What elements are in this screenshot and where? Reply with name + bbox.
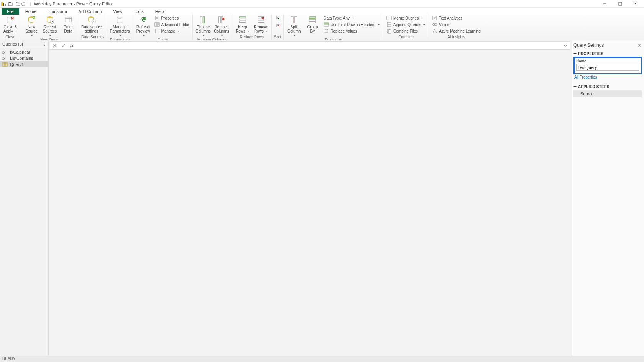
replace-values-button[interactable]: Replace Values [323,28,381,34]
merge-queries-button[interactable]: Merge Queries [386,15,426,21]
remove-columns-icon [217,16,226,24]
tab-help[interactable]: Help [150,8,169,15]
data-type-button[interactable]: Data Type: Any [323,15,381,21]
rv-label: Replace Values [330,29,357,33]
svg-rect-17 [155,16,159,20]
svg-rect-19 [155,29,159,33]
sort-desc-button[interactable] [274,23,281,29]
undo-icon[interactable] [15,1,20,7]
svg-rect-42 [388,30,391,33]
cf-label: Combine Files [393,29,418,33]
formula-cancel-button[interactable] [52,43,58,49]
query-settings-title: Query Settings [573,43,604,48]
formula-accept-button[interactable] [60,43,66,49]
group-label-combine: Combine [386,34,426,40]
svg-rect-0 [1,2,3,6]
tab-add-column[interactable]: Add Column [73,8,107,15]
aml-label: Azure Machine Learning [439,29,480,33]
ribbon-group-reduce-rows: KeepRows RemoveRows Reduce Rows [232,15,272,40]
query-item-listcontains[interactable]: fx ListContains [0,55,48,61]
split-column-icon [289,16,299,24]
rp-l2: Preview [136,29,150,33]
queries-pane-header[interactable]: Queries [3] [0,40,48,48]
ribbon-group-data-sources: Data sourcesettings Data Sources [79,15,107,40]
window-controls [597,0,643,8]
tab-view[interactable]: View [108,8,128,15]
redo-icon[interactable] [21,1,27,7]
query-item-label: ListContains [10,56,33,61]
query-item-query1[interactable]: Query1 [0,61,48,67]
enter-l1: Enter [64,25,73,29]
tab-transform[interactable]: Transform [43,8,72,15]
center-pane: fx [49,40,572,356]
advanced-editor-button[interactable]: Advanced Editor [154,21,190,28]
close-button[interactable] [628,0,643,8]
split-column-button[interactable]: SplitColumn [286,15,302,38]
status-ready: READY [2,357,15,361]
close-apply-button[interactable]: Close &Apply [2,15,18,33]
vision-button[interactable]: Vision [431,21,481,28]
maximize-button[interactable] [613,0,628,8]
keep-rows-icon [238,16,247,24]
app-icon [1,1,6,7]
applied-steps-section-title[interactable]: APPLIED STEPS [573,85,642,89]
applied-step-source[interactable]: Source [573,90,642,97]
manage-button[interactable]: Manage [154,28,190,34]
tab-tools[interactable]: Tools [128,8,149,15]
query-item-label: Query1 [10,62,24,67]
refresh-icon [139,16,148,24]
remove-columns-button[interactable]: RemoveColumns [214,15,230,38]
sort-asc-button[interactable] [274,15,281,21]
svg-point-45 [434,24,435,25]
ribbon: Close &Apply Close NewSource RecentSourc… [0,15,644,40]
close-settings-button[interactable] [637,43,642,48]
svg-point-13 [93,21,94,22]
formula-input[interactable] [77,43,560,48]
ribbon-group-new-query: NewSource RecentSources EnterData New Qu… [21,15,79,40]
query-name-input[interactable] [576,64,639,71]
svg-rect-25 [240,19,246,20]
save-icon[interactable] [8,1,13,7]
cc-l1: Choose [197,25,210,29]
svg-rect-35 [324,23,329,24]
first-row-headers-button[interactable]: Use First Row as Headers [323,21,381,28]
new-source-button[interactable]: NewSource [23,15,39,38]
collapse-pane-icon[interactable] [42,42,46,46]
properties-button[interactable]: Properties [154,15,190,21]
query-item-fxcalendar[interactable]: fx fxCalendar [0,49,48,55]
query-item-label: fxCalendar [10,50,30,54]
azure-ml-button[interactable]: Azure Machine Learning [431,28,481,34]
enter-data-button[interactable]: EnterData [60,15,76,33]
combine-files-button[interactable]: Combine Files [386,28,426,34]
properties-section-title[interactable]: PROPERTIES [573,52,642,56]
keep-rows-button[interactable]: KeepRows [235,15,251,33]
refresh-preview-button[interactable]: RefreshPreview [135,15,151,38]
manage-icon [154,28,160,34]
function-icon: fx [2,56,8,61]
rp-l1: Refresh [136,25,150,29]
tab-home[interactable]: Home [20,8,42,15]
svg-rect-30 [291,17,293,23]
append-queries-icon [386,22,392,27]
ribbon-group-close: Close &Apply Close [0,15,21,40]
formula-expand-button[interactable] [562,43,568,49]
vision-label: Vision [439,23,449,27]
rr-l2: Rows [254,29,264,33]
recent-sources-button[interactable]: RecentSources [42,15,58,38]
data-source-settings-button[interactable]: Data sourcesettings [81,15,102,33]
choose-columns-button[interactable]: ChooseColumns [195,15,211,38]
properties-label: Properties [161,16,179,20]
remove-rows-button[interactable]: RemoveRows [253,15,269,33]
sc-l1: Split [291,25,298,29]
ribbon-group-combine: Merge Queries Append Queries Combine Fil… [383,15,429,40]
text-analytics-button[interactable]: Text Analytics [431,15,481,21]
svg-text:fx: fx [2,50,6,54]
all-properties-link[interactable]: All Properties [573,75,642,79]
svg-rect-10 [65,17,72,22]
manage-parameters-button[interactable]: ManageParameters [110,15,130,38]
tab-file[interactable]: File [2,8,19,15]
append-queries-button[interactable]: Append Queries [386,21,426,28]
svg-rect-36 [324,24,329,26]
minimize-button[interactable] [597,0,613,8]
group-by-button[interactable]: GroupBy [304,15,320,33]
